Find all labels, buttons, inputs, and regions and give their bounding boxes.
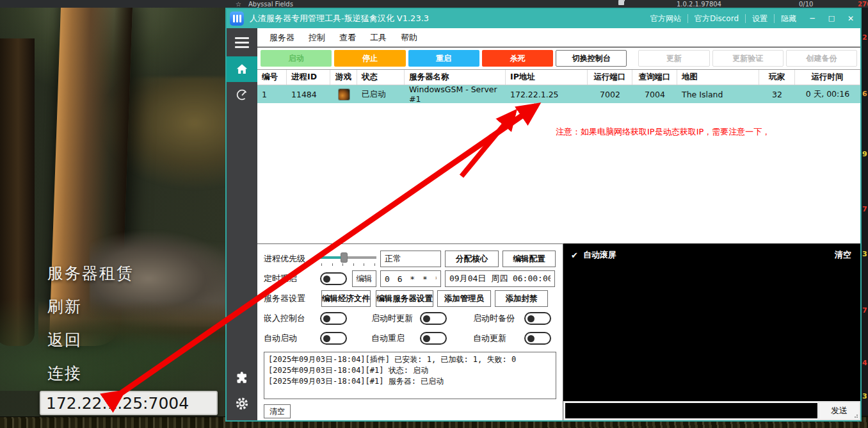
- col-game[interactable]: 游戏: [330, 70, 357, 85]
- backup-on-start-label: 启动时备份: [473, 313, 524, 324]
- send-button[interactable]: 发送: [819, 402, 859, 419]
- server-settings-label: 服务器设置: [264, 293, 320, 304]
- game-server-row-clipped: ☆ Abyssal Fields 1.0.2.1.97804 0/10 276: [0, 0, 868, 8]
- col-query-port[interactable]: 查询端口: [632, 70, 677, 85]
- log-line: [2025年09月03日-18:04][插件] 已安装: 1, 已加载: 1, …: [268, 355, 516, 364]
- server-table-row[interactable]: 1 11484 已启动 WindowsGSM - Server #1 172.2…: [257, 85, 860, 103]
- autoscroll-checkbox[interactable]: ✔ 自动滚屏: [571, 249, 616, 261]
- gear-icon: [235, 397, 249, 411]
- hide-link[interactable]: 隐藏: [774, 14, 803, 23]
- menu-tools[interactable]: 工具: [363, 32, 394, 44]
- cell-run-port: 7002: [588, 85, 632, 103]
- game-icon: [339, 89, 350, 100]
- col-map[interactable]: 地图: [677, 70, 759, 85]
- cell-game: [330, 85, 357, 103]
- create-backup-button[interactable]: 创建备份: [786, 50, 857, 67]
- restart-button[interactable]: 重启: [408, 50, 479, 67]
- cell-status: 已启动: [357, 85, 405, 103]
- menu-control[interactable]: 控制: [301, 32, 332, 44]
- toggle-console-button[interactable]: 切换控制台: [556, 50, 627, 67]
- menu-help[interactable]: 帮助: [394, 32, 424, 44]
- slider-thumb[interactable]: [341, 253, 347, 262]
- cell-players: 32: [759, 85, 795, 103]
- scheduled-restart-toggle[interactable]: [320, 272, 347, 285]
- official-site-link[interactable]: 官方网站: [644, 14, 687, 23]
- priority-slider[interactable]: [320, 252, 376, 266]
- toolbar: 启动 停止 重启 杀死 切换控制台 更新 更新验证 创建备份: [257, 47, 860, 69]
- close-button[interactable]: ✕: [841, 9, 860, 28]
- add-ban-button[interactable]: 添加封禁: [495, 290, 548, 307]
- embed-console-label: 嵌入控制台: [264, 313, 320, 324]
- table-empty-area: 注意：如果电脑网络获取IP是动态获取IP，需要注意一下，: [257, 103, 860, 243]
- official-discord-link[interactable]: 官方Discord: [687, 14, 745, 23]
- sidebar-item-dashboard[interactable]: [227, 82, 257, 108]
- game-menu-connect[interactable]: 连接: [47, 363, 82, 384]
- priority-value-input[interactable]: [380, 251, 441, 267]
- auto-start-toggle[interactable]: [320, 332, 347, 345]
- update-on-start-toggle[interactable]: [420, 312, 447, 325]
- autoscroll-label: 自动滚屏: [583, 249, 616, 261]
- update-button[interactable]: 更新: [638, 50, 709, 67]
- stop-button[interactable]: 停止: [334, 50, 405, 67]
- titlebar: 人渣服务器专用管理工具-叛逆猛禽汉化 V1.23.3 官方网站 官方Discor…: [227, 9, 860, 28]
- sidebar-item-home[interactable]: [227, 56, 257, 82]
- game-ip-input[interactable]: [40, 391, 218, 415]
- assign-cores-button[interactable]: 分配核心: [445, 251, 499, 267]
- col-server-name[interactable]: 服务器名称: [405, 70, 506, 85]
- edit-config-button[interactable]: 编辑配置: [502, 251, 556, 267]
- start-button[interactable]: 启动: [261, 50, 332, 67]
- col-uptime[interactable]: 运行时间: [795, 70, 860, 85]
- backup-on-start-toggle[interactable]: [524, 312, 551, 325]
- game-menu-back[interactable]: 返回: [47, 329, 82, 350]
- cron-input[interactable]: [380, 270, 441, 287]
- command-input[interactable]: [565, 402, 818, 419]
- add-admin-button[interactable]: 添加管理员: [437, 290, 491, 307]
- settings-link[interactable]: 设置: [745, 14, 774, 23]
- col-ip[interactable]: IP地址: [506, 70, 588, 85]
- sidebar-item-settings[interactable]: [227, 391, 257, 416]
- server-console: ✔ 自动滚屏 清空 发送: [563, 243, 860, 420]
- next-restart-input[interactable]: [445, 270, 555, 287]
- app-icon: [230, 12, 244, 26]
- gauge-icon: [235, 88, 249, 102]
- edit-cron-button[interactable]: 编辑: [352, 270, 376, 287]
- clear-log-button[interactable]: 清空: [264, 404, 291, 418]
- col-run-port[interactable]: 运行端口: [588, 70, 632, 85]
- console-output: [563, 261, 860, 401]
- check-icon: ✔: [571, 251, 578, 260]
- clear-console-button[interactable]: 清空: [835, 249, 851, 261]
- auto-restart-toggle[interactable]: [420, 332, 447, 345]
- game-menu-server-rental[interactable]: 服务器租赁: [47, 263, 134, 284]
- ip-warning-note: 注意：如果电脑网络获取IP是动态获取IP，需要注意一下，: [556, 126, 770, 138]
- col-id[interactable]: 编号: [257, 70, 287, 85]
- kill-button[interactable]: 杀死: [482, 50, 553, 67]
- cell-query-port: 7004: [632, 85, 677, 103]
- col-status[interactable]: 状态: [357, 70, 405, 85]
- menubar: 服务器 控制 查看 工具 帮助: [257, 28, 860, 47]
- server-list-name: Abyssal Fields: [248, 0, 293, 8]
- maximize-button[interactable]: □: [822, 9, 841, 28]
- edit-economy-button[interactable]: 编辑经济文件: [321, 290, 371, 307]
- hamburger-menu-icon[interactable]: [227, 28, 257, 56]
- edit-server-config-button[interactable]: 编辑服务器设置: [376, 290, 433, 307]
- auto-restart-label: 自动重启: [371, 333, 420, 344]
- resize-grip[interactable]: [852, 412, 858, 418]
- lock-icon: [618, 0, 624, 5]
- auto-update-toggle[interactable]: [524, 332, 551, 345]
- event-log: [2025年09月03日-18:04][插件] 已安装: 1, 已加载: 1, …: [264, 352, 556, 399]
- game-menu-refresh[interactable]: 刷新: [47, 296, 82, 317]
- sidebar-item-plugins[interactable]: [227, 365, 257, 391]
- menu-view[interactable]: 查看: [332, 32, 363, 44]
- server-table-header: 编号 进程ID 游戏 状态 服务器名称 IP地址 运行端口 查询端口 地图 玩家…: [257, 69, 860, 85]
- minimize-button[interactable]: ─: [803, 9, 822, 28]
- auto-update-label: 自动更新: [473, 333, 524, 344]
- log-line: [2025年09月03日-18:04][#1] 服务器: 已启动: [268, 377, 444, 386]
- embed-console-toggle[interactable]: [320, 312, 347, 325]
- update-on-start-label: 启动时更新: [371, 313, 420, 324]
- col-pid[interactable]: 进程ID: [287, 70, 330, 85]
- col-players[interactable]: 玩家: [759, 70, 795, 85]
- menu-server[interactable]: 服务器: [262, 32, 301, 44]
- cell-ip: 172.22.1.25: [506, 85, 588, 103]
- update-verify-button[interactable]: 更新验证: [712, 50, 784, 67]
- app-window: 人渣服务器专用管理工具-叛逆猛禽汉化 V1.23.3 官方网站 官方Discor…: [225, 8, 862, 422]
